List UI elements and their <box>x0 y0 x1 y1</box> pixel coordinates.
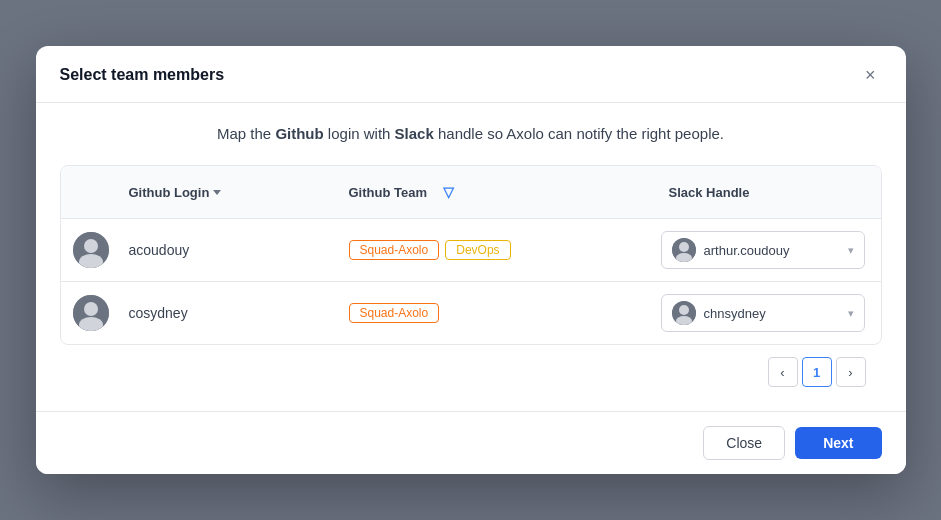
pagination-next-button[interactable]: › <box>836 357 866 387</box>
description-middle: login with <box>324 125 395 142</box>
th-github-team: Github Team ▽ <box>341 176 601 208</box>
pagination-prev-button[interactable]: ‹ <box>768 357 798 387</box>
description-suffix: handle so Axolo can notify the right peo… <box>434 125 724 142</box>
sort-arrow-icon <box>213 190 221 195</box>
chevron-down-icon: ▾ <box>848 244 854 257</box>
svg-point-7 <box>84 302 98 316</box>
filter-icon[interactable]: ▽ <box>435 180 462 204</box>
avatar <box>73 295 109 331</box>
modal-close-button[interactable]: × <box>859 64 882 86</box>
slack-avatar <box>672 301 696 325</box>
svg-point-10 <box>679 305 689 315</box>
svg-point-1 <box>84 239 98 253</box>
user-tags: Squad-Axolo <box>341 303 601 323</box>
modal-footer: Close Next <box>36 411 906 474</box>
tag-squad-axolo: Squad-Axolo <box>349 303 440 323</box>
svg-point-4 <box>679 242 689 252</box>
chevron-down-icon: ▾ <box>848 307 854 320</box>
table-row: cosydney Squad-Axolo chnsydney ▾ <box>61 282 881 344</box>
th-avatar <box>61 188 121 196</box>
modal: Select team members × Map the Github log… <box>36 46 906 475</box>
user-tags: Squad-Axolo DevOps <box>341 240 601 260</box>
slack-bold: Slack <box>395 125 434 142</box>
table-row: acoudouy Squad-Axolo DevOps arthur.coudo… <box>61 219 881 282</box>
github-username: cosydney <box>121 305 341 321</box>
close-button[interactable]: Close <box>703 426 785 460</box>
github-username: acoudouy <box>121 242 341 258</box>
pagination: ‹ 1 › <box>60 345 882 391</box>
th-github-login: Github Login <box>121 181 341 204</box>
table-header: Github Login Github Team ▽ Slack Handle <box>61 166 881 219</box>
pagination-page-1-button[interactable]: 1 <box>802 357 832 387</box>
th-gap <box>601 188 661 196</box>
github-bold: Github <box>275 125 323 142</box>
slack-avatar <box>672 238 696 262</box>
modal-body: Map the Github login with Slack handle s… <box>36 103 906 412</box>
next-button[interactable]: Next <box>795 427 881 459</box>
members-table: Github Login Github Team ▽ Slack Handle <box>60 165 882 345</box>
avatar <box>73 232 109 268</box>
slack-username: chnsydney <box>704 306 840 321</box>
th-slack-handle: Slack Handle <box>661 181 881 204</box>
modal-header: Select team members × <box>36 46 906 103</box>
tag-squad-axolo: Squad-Axolo <box>349 240 440 260</box>
slack-username: arthur.coudouy <box>704 243 840 258</box>
description-prefix: Map the <box>217 125 275 142</box>
modal-title: Select team members <box>60 66 225 84</box>
description: Map the Github login with Slack handle s… <box>60 123 882 146</box>
slack-handle-dropdown[interactable]: arthur.coudouy ▾ <box>661 231 865 269</box>
tag-devops: DevOps <box>445 240 510 260</box>
slack-handle-dropdown[interactable]: chnsydney ▾ <box>661 294 865 332</box>
